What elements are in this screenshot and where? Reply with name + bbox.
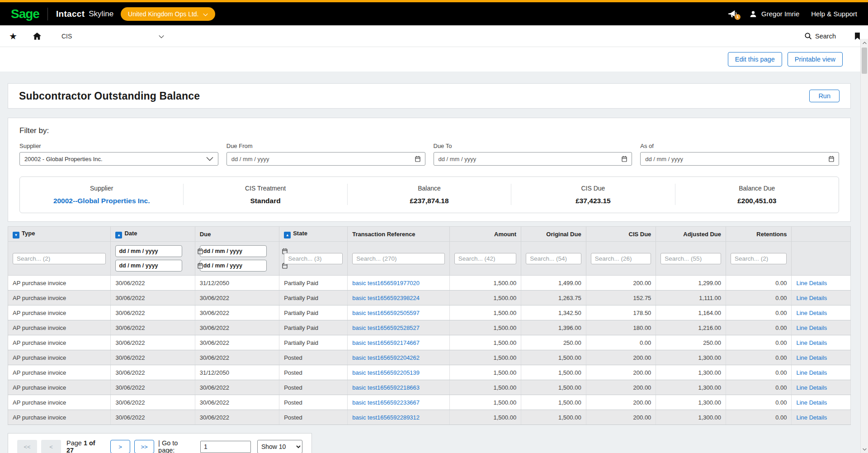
calendar-icon[interactable] — [415, 156, 420, 162]
goto-page-input[interactable] — [200, 441, 251, 453]
cell-amount: 1,500.00 — [449, 276, 521, 291]
column-header-date[interactable]: ▲Date — [111, 227, 195, 242]
calendar-icon[interactable] — [622, 156, 627, 162]
cell-original_due: 1,500.00 — [521, 365, 586, 380]
reference-search-input[interactable] — [352, 253, 445, 264]
cell-due: 30/06/2022 — [195, 350, 279, 365]
calendar-icon[interactable] — [829, 156, 834, 162]
calendar-icon[interactable] — [198, 248, 203, 254]
cell-cis_due: 200.00 — [586, 410, 656, 425]
type-search-input[interactable] — [13, 253, 106, 264]
app-header: Sage Intacct Skyline United Kingdom Ops … — [0, 2, 868, 25]
column-header-line_details — [792, 227, 851, 242]
next-page-button[interactable]: > — [110, 440, 130, 453]
search-button[interactable]: Search — [804, 32, 836, 40]
sort-ascending-icon[interactable]: ▲ — [115, 232, 122, 238]
cell-retentions: 0.00 — [726, 291, 792, 305]
line-details-link[interactable]: Line Details — [796, 399, 827, 406]
line-details-link[interactable]: Line Details — [796, 324, 827, 331]
first-page-button[interactable]: << — [17, 440, 37, 453]
suite-name: Skyline — [89, 10, 113, 19]
transaction-reference-link[interactable]: basic test1656592233667 — [352, 399, 420, 406]
line-details-link[interactable]: Line Details — [796, 369, 827, 376]
user-menu[interactable]: Gregor Imrie — [749, 10, 799, 18]
filter-heading: Filter by: — [19, 126, 839, 135]
sort-ascending-icon[interactable]: ▲ — [284, 232, 291, 238]
printable-view-button[interactable]: Printable view — [788, 52, 843, 67]
date-to-input[interactable] — [119, 262, 198, 269]
column-header-reference[interactable]: Transaction Reference — [348, 227, 450, 242]
cis_due-search-input[interactable] — [591, 253, 651, 264]
cell-adjusted_due: 1,300.00 — [656, 365, 726, 380]
column-header-original_due[interactable]: Original Due — [521, 227, 586, 242]
page-status: Page 1 of 27 — [66, 439, 104, 453]
cell-date: 30/06/2022 — [111, 365, 195, 380]
column-header-state[interactable]: ▲State — [279, 227, 348, 242]
line-details-link[interactable]: Line Details — [796, 384, 827, 391]
column-header-due[interactable]: Due — [195, 227, 279, 242]
line-details-link[interactable]: Line Details — [796, 339, 827, 346]
scroll-down-icon[interactable] — [861, 445, 868, 453]
table-row: AP purchase invoice30/06/202230/06/2022P… — [8, 335, 851, 350]
help-support-link[interactable]: Help & Support — [811, 10, 857, 18]
adjusted_due-search-input[interactable] — [660, 253, 721, 264]
original_due-search-input[interactable] — [526, 253, 581, 264]
module-dropdown[interactable]: CIS — [60, 30, 166, 43]
line-details-link[interactable]: Line Details — [796, 354, 827, 361]
filter-cell-reference — [348, 242, 450, 276]
column-header-type[interactable]: ▼Type — [8, 227, 111, 242]
favorites-star-icon[interactable]: ★ — [9, 32, 17, 41]
vertical-scrollbar[interactable] — [860, 39, 868, 453]
supplier-select[interactable]: 20002 - Global Properties Inc. — [19, 152, 218, 166]
amount-search-input[interactable] — [454, 253, 516, 264]
transaction-reference-link[interactable]: basic test1656592289312 — [352, 414, 420, 421]
retentions-search-input[interactable] — [731, 253, 787, 264]
column-header-cis_due[interactable]: CIS Due — [586, 227, 656, 242]
due-from-input[interactable] — [203, 248, 282, 254]
as-of-input[interactable] — [645, 156, 829, 162]
date-from-input[interactable] — [119, 248, 198, 254]
transaction-reference-link[interactable]: basic test1656592204262 — [352, 354, 420, 361]
column-header-amount[interactable]: Amount — [449, 227, 521, 242]
cell-state: Posted — [279, 380, 348, 395]
state-search-input[interactable] — [284, 253, 343, 264]
due-to-input[interactable] — [439, 156, 622, 162]
cell-date: 30/06/2022 — [111, 320, 195, 335]
company-selector-button[interactable]: United Kingdom Ops Ltd. — [121, 7, 215, 21]
transaction-reference-link[interactable]: basic test1656592398224 — [352, 295, 420, 301]
column-header-adjusted_due[interactable]: Adjusted Due — [656, 227, 726, 242]
date-from-date-box — [115, 245, 182, 257]
column-header-retentions[interactable]: Retentions — [726, 227, 792, 242]
cell-amount: 1,500.00 — [449, 365, 521, 380]
transaction-reference-link[interactable]: basic test1656592218663 — [352, 384, 420, 391]
bookmark-icon[interactable] — [854, 32, 861, 40]
summary-bar: Supplier20002--Global Properties Inc.CIS… — [19, 176, 839, 213]
calendar-icon[interactable] — [198, 262, 203, 269]
transaction-reference-link[interactable]: basic test1656592205139 — [352, 369, 420, 376]
line-details-link[interactable]: Line Details — [796, 280, 827, 286]
scrollbar-thumb[interactable] — [862, 48, 867, 74]
transaction-reference-link[interactable]: basic test1656592528527 — [352, 324, 420, 331]
scroll-up-icon[interactable] — [861, 39, 868, 47]
line-details-link[interactable]: Line Details — [796, 295, 827, 301]
due-from-input[interactable] — [231, 156, 415, 162]
notifications-button[interactable]: 1 — [727, 10, 737, 19]
run-button[interactable]: Run — [809, 90, 840, 102]
cell-line_details: Line Details — [792, 410, 851, 425]
cell-original_due: 1,499.00 — [521, 276, 586, 291]
prev-page-button[interactable]: < — [41, 440, 61, 453]
summary-supplier-link[interactable]: 20002--Global Properties Inc. — [20, 197, 183, 205]
home-icon[interactable] — [33, 32, 42, 40]
column-label: Amount — [494, 231, 516, 238]
transaction-reference-link[interactable]: basic test1656592505597 — [352, 310, 420, 316]
transaction-reference-link[interactable]: basic test1656591977020 — [352, 280, 420, 286]
cell-retentions: 0.00 — [726, 395, 792, 410]
line-details-link[interactable]: Line Details — [796, 414, 827, 421]
edit-page-button[interactable]: Edit this page — [728, 52, 782, 67]
last-page-button[interactable]: >> — [134, 440, 154, 453]
transaction-reference-link[interactable]: basic test1656592174667 — [352, 339, 420, 346]
page-size-select[interactable]: Show 10 — [257, 440, 302, 453]
due-to-input[interactable] — [203, 262, 282, 269]
line-details-link[interactable]: Line Details — [796, 310, 827, 316]
sort-descending-icon[interactable]: ▼ — [13, 232, 19, 238]
